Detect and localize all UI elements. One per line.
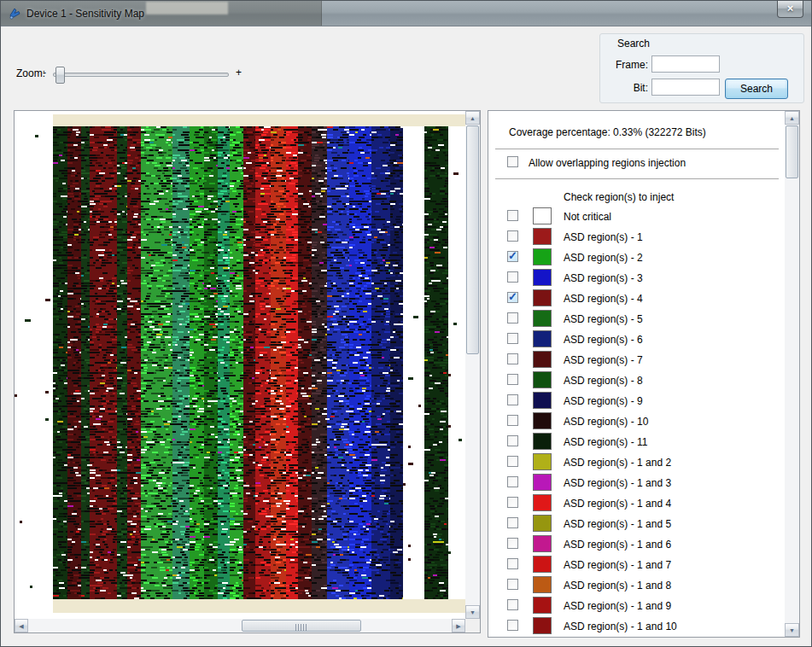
region-checkbox[interactable] (507, 333, 518, 344)
region-row: ASD region(s) - 10 (488, 411, 785, 432)
zoom-in-control[interactable]: + (236, 67, 242, 79)
region-checkbox[interactable] (507, 435, 518, 446)
map-vscroll-thumb[interactable] (466, 125, 479, 354)
region-label: ASD region(s) - 1 and 10 (564, 621, 677, 632)
region-row: ASD region(s) - 5 (488, 309, 785, 329)
region-label: ASD region(s) - 1 and 8 (564, 580, 671, 592)
region-row: ASD region(s) - 1 and 6 (488, 534, 785, 555)
search-button-label: Search (740, 83, 773, 95)
region-row: ASD region(s) - 1 and 5 (488, 514, 785, 534)
region-label: ASD region(s) - 2 (564, 252, 643, 264)
region-swatch (533, 289, 552, 306)
region-swatch (533, 453, 552, 470)
region-label: ASD region(s) - 9 (564, 395, 643, 407)
region-checkbox[interactable] (507, 394, 518, 405)
region-swatch (533, 351, 552, 368)
map-vertical-scrollbar[interactable]: ▲ ▼ (465, 111, 480, 619)
region-label: ASD region(s) - 6 (564, 334, 643, 346)
window-title: Device 1 - Sensitivity Map (26, 8, 144, 20)
region-checkbox[interactable] (507, 599, 518, 610)
region-row: ASD region(s) - 1 and 2 (488, 452, 785, 473)
region-row: ASD region(s) - 1 and 7 (488, 555, 785, 575)
region-checkbox[interactable] (507, 456, 518, 467)
region-checkbox[interactable]: ✓ (507, 251, 518, 262)
region-row: Not critical (488, 207, 785, 227)
scroll-up-icon[interactable]: ▲ (465, 111, 480, 125)
region-row: ASD region(s) - 6 (488, 329, 785, 350)
region-checkbox[interactable] (507, 476, 518, 487)
region-swatch (533, 617, 552, 634)
zoom-slider-thumb[interactable] (55, 67, 65, 84)
scroll-down-icon[interactable]: ▼ (465, 605, 480, 619)
region-checkbox[interactable] (507, 210, 518, 221)
map-horizontal-scrollbar[interactable]: ◀ ▶ (15, 619, 465, 632)
region-swatch (533, 207, 552, 224)
region-swatch (533, 392, 552, 409)
search-button[interactable]: Search (725, 79, 788, 99)
title-bar[interactable]: Device 1 - Sensitivity Map × (1, 1, 811, 26)
region-label: ASD region(s) - 4 (564, 293, 643, 305)
scrollbar-corner (465, 619, 480, 632)
app-window: Device 1 - Sensitivity Map × Zoom: - + S… (0, 0, 812, 647)
region-label: ASD region(s) - 8 (564, 375, 643, 387)
frame-input[interactable] (651, 55, 720, 73)
region-checkbox[interactable] (507, 558, 518, 569)
region-checkbox[interactable] (507, 497, 518, 508)
bit-label: Bit: (604, 82, 648, 94)
region-label: ASD region(s) - 1 and 2 (564, 457, 671, 469)
region-swatch (533, 494, 552, 511)
region-label: ASD region(s) - 1 and 9 (564, 600, 671, 612)
region-label: ASD region(s) - 10 (564, 416, 648, 428)
close-button[interactable]: × (777, 1, 803, 18)
region-row: ASD region(s) - 1 and 10 (488, 616, 785, 637)
zoom-slider-track[interactable] (53, 73, 229, 77)
scroll-left-icon[interactable]: ◀ (15, 619, 28, 632)
region-checkbox[interactable] (507, 620, 518, 631)
region-checkbox[interactable] (507, 538, 518, 549)
region-swatch (533, 576, 552, 593)
region-label: ASD region(s) - 7 (564, 354, 643, 366)
panel-vertical-scrollbar[interactable]: ▲ ▼ (785, 111, 799, 637)
region-checkbox[interactable] (507, 312, 518, 324)
region-swatch (533, 597, 552, 614)
region-label: ASD region(s) - 1 and 4 (564, 498, 671, 510)
region-row: ASD region(s) - 3 (488, 268, 785, 289)
check-icon: ✓ (508, 249, 517, 262)
region-swatch (533, 310, 552, 327)
scroll-down-icon[interactable]: ▼ (785, 623, 799, 637)
scrollbar-grip (295, 624, 307, 631)
region-row: ASD region(s) - 7 (488, 350, 785, 370)
region-checkbox[interactable] (507, 271, 518, 283)
sensitivity-map-canvas[interactable] (15, 111, 465, 619)
region-swatch (533, 412, 552, 429)
region-swatch (533, 433, 552, 450)
bit-input[interactable] (651, 79, 720, 96)
region-checkbox[interactable] (507, 415, 518, 426)
region-row: ✓ ASD region(s) - 4 (488, 289, 785, 309)
region-row: ASD region(s) - 1 and 4 (488, 493, 785, 514)
region-swatch (533, 474, 552, 491)
map-hscroll-thumb[interactable] (242, 620, 361, 632)
region-label: ASD region(s) - 3 (564, 272, 643, 284)
region-checkbox[interactable]: ✓ (507, 292, 518, 303)
region-row: ASD region(s) - 1 (488, 227, 785, 248)
region-checkbox[interactable] (507, 230, 518, 242)
region-swatch (533, 535, 552, 552)
panel-vscroll-thumb[interactable] (786, 125, 798, 178)
region-row: ASD region(s) - 1 and 8 (488, 575, 785, 596)
region-checkbox[interactable] (507, 517, 518, 528)
region-label: ASD region(s) - 5 (564, 313, 643, 325)
region-checkbox[interactable] (507, 579, 518, 590)
background-window-ghost (146, 2, 228, 15)
region-checkbox[interactable] (507, 353, 518, 364)
zoom-out-control[interactable]: - (43, 67, 46, 79)
scroll-up-icon[interactable]: ▲ (785, 111, 799, 125)
region-label: ASD region(s) - 1 and 7 (564, 559, 671, 571)
region-swatch (533, 228, 552, 245)
search-group: Search Frame: Bit: Search (599, 33, 804, 103)
close-icon: × (787, 2, 794, 15)
region-checkbox[interactable] (507, 374, 518, 385)
scroll-right-icon[interactable]: ▶ (452, 619, 465, 632)
check-icon: ✓ (508, 290, 517, 303)
region-row: ASD region(s) - 8 (488, 370, 785, 391)
